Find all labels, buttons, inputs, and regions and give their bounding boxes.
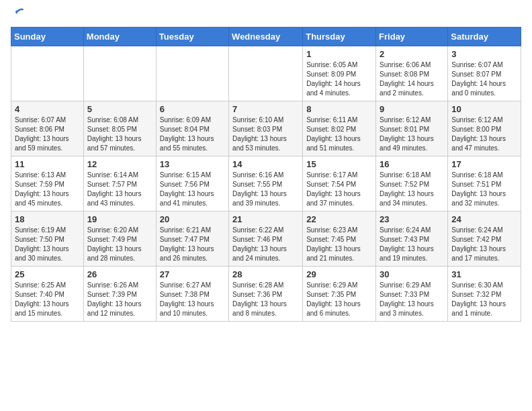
calendar-day-cell — [11, 46, 84, 101]
day-info: Sunrise: 6:29 AM Sunset: 7:33 PM Dayligh… — [380, 281, 444, 318]
calendar-day-cell: 31Sunrise: 6:30 AM Sunset: 7:32 PM Dayli… — [448, 267, 521, 322]
day-number: 16 — [380, 159, 444, 169]
calendar-day-cell: 4Sunrise: 6:07 AM Sunset: 8:06 PM Daylig… — [11, 101, 84, 156]
day-info: Sunrise: 6:18 AM Sunset: 7:52 PM Dayligh… — [380, 171, 444, 208]
weekday-header-cell: Wednesday — [229, 28, 303, 46]
day-info: Sunrise: 6:08 AM Sunset: 8:05 PM Dayligh… — [87, 116, 152, 153]
day-number: 31 — [451, 269, 517, 279]
day-number: 29 — [306, 269, 372, 279]
day-info: Sunrise: 6:20 AM Sunset: 7:49 PM Dayligh… — [87, 226, 152, 263]
day-info: Sunrise: 6:24 AM Sunset: 7:43 PM Dayligh… — [380, 226, 444, 263]
calendar-day-cell: 17Sunrise: 6:18 AM Sunset: 7:51 PM Dayli… — [448, 156, 521, 212]
logo-text — [11, 11, 26, 19]
calendar-day-cell: 6Sunrise: 6:09 AM Sunset: 8:04 PM Daylig… — [156, 101, 228, 156]
logo — [11, 11, 26, 19]
calendar-day-cell: 26Sunrise: 6:26 AM Sunset: 7:39 PM Dayli… — [83, 267, 156, 322]
calendar-day-cell: 19Sunrise: 6:20 AM Sunset: 7:49 PM Dayli… — [83, 212, 156, 267]
weekday-header-cell: Thursday — [303, 28, 376, 46]
day-info: Sunrise: 6:24 AM Sunset: 7:42 PM Dayligh… — [451, 226, 517, 263]
day-number: 13 — [160, 159, 225, 169]
day-number: 27 — [160, 269, 225, 279]
day-info: Sunrise: 6:05 AM Sunset: 8:09 PM Dayligh… — [306, 60, 372, 98]
calendar-day-cell: 14Sunrise: 6:16 AM Sunset: 7:55 PM Dayli… — [229, 156, 303, 212]
day-info: Sunrise: 6:16 AM Sunset: 7:55 PM Dayligh… — [232, 171, 299, 208]
calendar-day-cell: 28Sunrise: 6:28 AM Sunset: 7:36 PM Dayli… — [229, 267, 303, 322]
calendar-day-cell: 11Sunrise: 6:13 AM Sunset: 7:59 PM Dayli… — [11, 156, 84, 212]
calendar-day-cell: 12Sunrise: 6:14 AM Sunset: 7:57 PM Dayli… — [83, 156, 156, 212]
calendar-day-cell: 25Sunrise: 6:25 AM Sunset: 7:40 PM Dayli… — [11, 267, 84, 322]
calendar-day-cell: 9Sunrise: 6:12 AM Sunset: 8:01 PM Daylig… — [376, 101, 448, 156]
weekday-header-cell: Sunday — [11, 28, 84, 46]
day-number: 24 — [451, 214, 517, 224]
day-info: Sunrise: 6:09 AM Sunset: 8:04 PM Dayligh… — [160, 116, 225, 153]
calendar-day-cell — [156, 46, 228, 101]
calendar-body: 1Sunrise: 6:05 AM Sunset: 8:09 PM Daylig… — [11, 46, 521, 322]
calendar-day-cell: 8Sunrise: 6:11 AM Sunset: 8:02 PM Daylig… — [303, 101, 376, 156]
calendar-day-cell: 5Sunrise: 6:08 AM Sunset: 8:05 PM Daylig… — [83, 101, 156, 156]
calendar-table: SundayMondayTuesdayWednesdayThursdayFrid… — [11, 27, 521, 322]
calendar-day-cell: 18Sunrise: 6:19 AM Sunset: 7:50 PM Dayli… — [11, 212, 84, 267]
day-info: Sunrise: 6:23 AM Sunset: 7:45 PM Dayligh… — [306, 226, 372, 263]
day-number: 21 — [232, 214, 299, 224]
calendar-day-cell: 30Sunrise: 6:29 AM Sunset: 7:33 PM Dayli… — [376, 267, 448, 322]
weekday-header-row: SundayMondayTuesdayWednesdayThursdayFrid… — [11, 28, 521, 46]
day-number: 2 — [380, 49, 444, 59]
day-number: 1 — [306, 49, 372, 59]
weekday-header-cell: Monday — [83, 28, 156, 46]
calendar-day-cell: 27Sunrise: 6:27 AM Sunset: 7:38 PM Dayli… — [156, 267, 228, 322]
day-number: 18 — [15, 214, 80, 224]
day-number: 9 — [380, 104, 444, 114]
calendar-day-cell: 15Sunrise: 6:17 AM Sunset: 7:54 PM Dayli… — [303, 156, 376, 212]
day-number: 12 — [87, 159, 152, 169]
calendar-day-cell: 3Sunrise: 6:07 AM Sunset: 8:07 PM Daylig… — [448, 46, 521, 101]
weekday-header-cell: Saturday — [448, 28, 521, 46]
day-number: 4 — [15, 104, 80, 114]
calendar-week-row: 18Sunrise: 6:19 AM Sunset: 7:50 PM Dayli… — [11, 212, 521, 267]
calendar-day-cell: 16Sunrise: 6:18 AM Sunset: 7:52 PM Dayli… — [376, 156, 448, 212]
day-info: Sunrise: 6:12 AM Sunset: 8:01 PM Dayligh… — [380, 116, 444, 153]
day-number: 6 — [160, 104, 225, 114]
day-info: Sunrise: 6:19 AM Sunset: 7:50 PM Dayligh… — [15, 226, 80, 263]
calendar-day-cell: 23Sunrise: 6:24 AM Sunset: 7:43 PM Dayli… — [376, 212, 448, 267]
day-info: Sunrise: 6:13 AM Sunset: 7:59 PM Dayligh… — [15, 171, 80, 208]
day-number: 19 — [87, 214, 152, 224]
calendar-week-row: 4Sunrise: 6:07 AM Sunset: 8:06 PM Daylig… — [11, 101, 521, 156]
calendar-day-cell: 21Sunrise: 6:22 AM Sunset: 7:46 PM Dayli… — [229, 212, 303, 267]
day-info: Sunrise: 6:21 AM Sunset: 7:47 PM Dayligh… — [160, 226, 225, 263]
calendar-day-cell: 10Sunrise: 6:12 AM Sunset: 8:00 PM Dayli… — [448, 101, 521, 156]
day-info: Sunrise: 6:10 AM Sunset: 8:03 PM Dayligh… — [232, 116, 299, 153]
day-info: Sunrise: 6:15 AM Sunset: 7:56 PM Dayligh… — [160, 171, 225, 208]
day-number: 30 — [380, 269, 444, 279]
calendar-week-row: 25Sunrise: 6:25 AM Sunset: 7:40 PM Dayli… — [11, 267, 521, 322]
day-info: Sunrise: 6:28 AM Sunset: 7:36 PM Dayligh… — [232, 281, 299, 318]
calendar-day-cell: 24Sunrise: 6:24 AM Sunset: 7:42 PM Dayli… — [448, 212, 521, 267]
day-number: 7 — [232, 104, 299, 114]
day-info: Sunrise: 6:14 AM Sunset: 7:57 PM Dayligh… — [87, 171, 152, 208]
day-info: Sunrise: 6:22 AM Sunset: 7:46 PM Dayligh… — [232, 226, 299, 263]
day-info: Sunrise: 6:06 AM Sunset: 8:08 PM Dayligh… — [380, 60, 444, 98]
day-number: 20 — [160, 214, 225, 224]
day-info: Sunrise: 6:25 AM Sunset: 7:40 PM Dayligh… — [15, 281, 80, 318]
calendar-day-cell: 20Sunrise: 6:21 AM Sunset: 7:47 PM Dayli… — [156, 212, 228, 267]
day-number: 8 — [306, 104, 372, 114]
logo-bird-icon — [12, 5, 26, 19]
calendar-day-cell: 29Sunrise: 6:29 AM Sunset: 7:35 PM Dayli… — [303, 267, 376, 322]
day-number: 14 — [232, 159, 299, 169]
day-number: 25 — [15, 269, 80, 279]
day-number: 15 — [306, 159, 372, 169]
day-info: Sunrise: 6:26 AM Sunset: 7:39 PM Dayligh… — [87, 281, 152, 318]
day-info: Sunrise: 6:07 AM Sunset: 8:06 PM Dayligh… — [15, 116, 80, 153]
day-number: 23 — [380, 214, 444, 224]
page-header — [11, 11, 521, 19]
day-number: 5 — [87, 104, 152, 114]
weekday-header-cell: Friday — [376, 28, 448, 46]
day-info: Sunrise: 6:12 AM Sunset: 8:00 PM Dayligh… — [451, 116, 517, 153]
day-info: Sunrise: 6:30 AM Sunset: 7:32 PM Dayligh… — [451, 281, 517, 318]
calendar-day-cell: 2Sunrise: 6:06 AM Sunset: 8:08 PM Daylig… — [376, 46, 448, 101]
calendar-day-cell — [83, 46, 156, 101]
day-info: Sunrise: 6:11 AM Sunset: 8:02 PM Dayligh… — [306, 116, 372, 153]
calendar-day-cell: 22Sunrise: 6:23 AM Sunset: 7:45 PM Dayli… — [303, 212, 376, 267]
day-number: 22 — [306, 214, 372, 224]
day-number: 17 — [451, 159, 517, 169]
day-info: Sunrise: 6:27 AM Sunset: 7:38 PM Dayligh… — [160, 281, 225, 318]
